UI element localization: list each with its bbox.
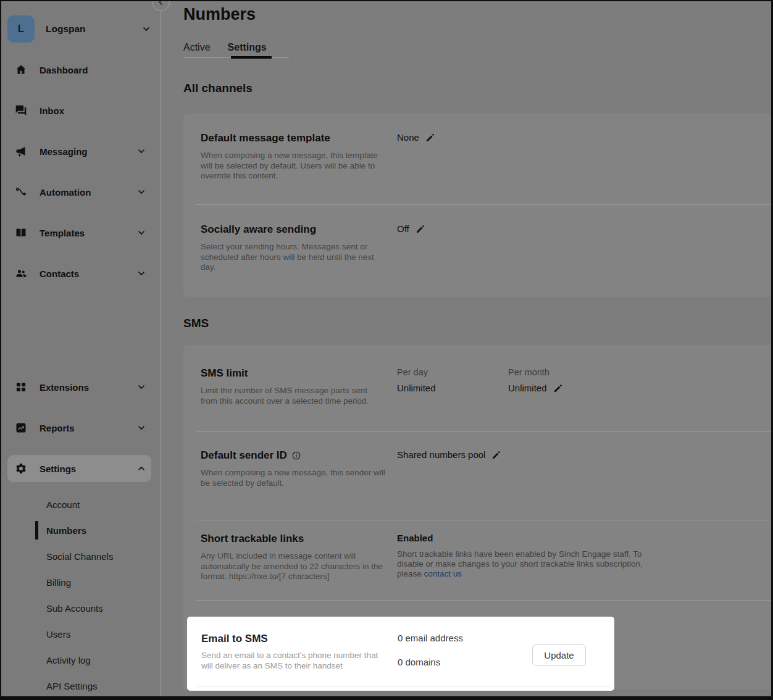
- sidebar-item-label: Templates: [40, 228, 85, 238]
- setting-description: Send an email to a contact's phone numbe…: [201, 651, 388, 671]
- chat-bubbles-icon: [15, 104, 27, 117]
- sidebar-item-contacts[interactable]: Contacts: [7, 260, 151, 287]
- chevron-up-icon: [136, 464, 146, 473]
- subnav-label: Activity log: [46, 655, 91, 665]
- page-title: Numbers: [183, 5, 771, 24]
- sidebar-item-dashboard[interactable]: Dashboard: [7, 56, 151, 83]
- megaphone-icon: [15, 145, 27, 157]
- status-note: Short trackable links have been enabled …: [397, 549, 656, 579]
- setting-title: Email to SMS: [201, 633, 268, 645]
- setting-value: None: [397, 132, 419, 143]
- subnav-label: Users: [46, 629, 70, 640]
- sidebar-item-label: Contacts: [40, 269, 79, 279]
- chevron-left-icon: [156, 0, 165, 7]
- chevron-down-icon: [141, 24, 151, 34]
- setting-description: Select your sending hours. Messages sent…: [201, 242, 386, 273]
- subnav-label: API Settings: [46, 681, 98, 691]
- setting-title-text: Default sender ID: [201, 449, 287, 462]
- tab-active-underline: [231, 56, 272, 59]
- row-divider: [196, 600, 771, 601]
- setting-row-default-sender-id: Default sender ID When composing a new m…: [183, 432, 771, 520]
- subnav-label: Social Channels: [46, 551, 113, 562]
- per-day-value: Unlimited: [397, 383, 508, 393]
- setting-row-socially-aware: Socially aware sending Select your sendi…: [183, 205, 771, 296]
- chevron-down-icon: [136, 423, 146, 433]
- sidebar-item-label: Reports: [40, 423, 75, 433]
- edit-pencil-icon[interactable]: [553, 383, 563, 393]
- workspace-avatar: L: [7, 15, 35, 43]
- chevron-down-icon: [136, 382, 146, 392]
- subnav-item-users[interactable]: Users: [1, 625, 160, 643]
- subnav-label: Billing: [46, 577, 71, 588]
- info-icon[interactable]: [291, 451, 301, 460]
- automation-flow-icon: [15, 186, 27, 198]
- setting-row-sms-limit: SMS limit Limit the number of SMS messag…: [183, 345, 771, 431]
- grid-icon: [15, 381, 27, 393]
- setting-description: When composing a new message, this sende…: [201, 468, 386, 488]
- workspace-initial: L: [18, 23, 24, 35]
- sidebar-item-label: Messaging: [40, 146, 88, 157]
- per-day-label: Per day: [397, 367, 508, 377]
- setting-value: Off: [397, 223, 409, 234]
- sidebar-item-label: Automation: [40, 187, 91, 198]
- sidebar-item-messaging[interactable]: Messaging: [7, 138, 151, 165]
- sidebar-item-label: Extensions: [40, 382, 89, 393]
- per-month-label: Per month: [508, 367, 619, 377]
- setting-title: Socially aware sending: [201, 223, 397, 236]
- setting-description: Any URL included in message content will…: [201, 551, 386, 582]
- sidebar-item-inbox[interactable]: Inbox: [7, 97, 151, 124]
- setting-description: When composing a new message, this templ…: [201, 151, 386, 181]
- subnav-label: Numbers: [46, 525, 86, 536]
- workspace-name: Logspan: [46, 23, 86, 35]
- row-divider: [197, 686, 612, 687]
- subnav-item-sub-accounts[interactable]: Sub Accounts: [1, 599, 160, 617]
- workspace-switcher[interactable]: L Logspan: [7, 15, 151, 43]
- book-icon: [15, 227, 27, 239]
- subnav-item-billing[interactable]: Billing: [1, 573, 160, 591]
- subnav-item-numbers[interactable]: Numbers: [1, 522, 160, 539]
- main-content: Numbers Active Settings All channels Def…: [161, 1, 771, 696]
- sidebar-item-label: Dashboard: [40, 65, 88, 75]
- contact-us-link[interactable]: contact us: [424, 569, 462, 578]
- subnav-item-api-settings[interactable]: API Settings: [1, 677, 160, 694]
- subnav-label: Sub Accounts: [46, 603, 103, 614]
- setting-title: Short trackable links: [201, 533, 397, 545]
- chevron-down-icon: [136, 187, 146, 197]
- setting-row-default-template: Default message template When composing …: [183, 114, 771, 204]
- sidebar: L Logspan Dashboard Inbox: [1, 1, 161, 696]
- subnav-item-activity-log[interactable]: Activity log: [1, 651, 160, 669]
- per-month-value: Unlimited: [508, 383, 547, 393]
- section-heading-all-channels: All channels: [183, 81, 771, 95]
- setting-value: Shared numbers pool: [397, 449, 485, 460]
- email-to-sms-spotlight: Email to SMS Send an email to a contact'…: [187, 617, 614, 691]
- sidebar-item-templates[interactable]: Templates: [7, 219, 151, 246]
- all-channels-card: Default message template When composing …: [183, 114, 771, 297]
- sidebar-item-label: Inbox: [40, 106, 64, 116]
- setting-title: Default message template: [201, 132, 397, 144]
- sidebar-item-reports[interactable]: Reports: [7, 414, 151, 441]
- subnav-item-account[interactable]: Account: [1, 496, 160, 513]
- edit-pencil-icon[interactable]: [425, 133, 435, 143]
- tab-settings[interactable]: Settings: [228, 42, 267, 53]
- setting-title: Default sender ID: [201, 449, 397, 462]
- edit-pencil-icon[interactable]: [416, 224, 425, 234]
- setting-title: SMS limit: [201, 367, 397, 380]
- sidebar-item-settings[interactable]: Settings: [7, 455, 151, 482]
- tab-active[interactable]: Active: [183, 42, 211, 53]
- update-button[interactable]: Update: [532, 644, 586, 666]
- chevron-down-icon: [136, 269, 146, 278]
- sidebar-item-extensions[interactable]: Extensions: [7, 373, 151, 401]
- tab-bar: Active Settings: [183, 42, 267, 59]
- app-window: L Logspan Dashboard Inbox: [0, 0, 773, 700]
- setting-row-short-trackable-links: Short trackable links Any URL included i…: [183, 520, 771, 600]
- domains-count: 0 domains: [398, 657, 440, 667]
- home-icon: [15, 64, 27, 76]
- people-icon: [15, 267, 27, 280]
- edit-pencil-icon[interactable]: [491, 450, 501, 460]
- sidebar-item-label: Settings: [40, 464, 76, 474]
- chart-trend-icon: [15, 422, 27, 434]
- active-indicator-bar: [35, 521, 38, 540]
- subnav-item-social-channels[interactable]: Social Channels: [1, 548, 160, 565]
- sidebar-item-automation[interactable]: Automation: [7, 178, 151, 206]
- subnav-label: Account: [46, 499, 80, 510]
